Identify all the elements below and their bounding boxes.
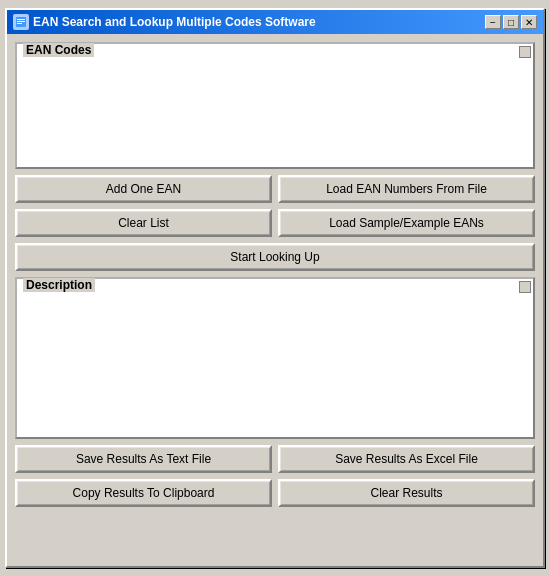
ean-codes-textarea[interactable]: [17, 44, 533, 164]
description-panel: Description: [15, 277, 535, 439]
title-bar-left: EAN Search and Lookup Multiple Codes Sof…: [13, 14, 316, 30]
description-label: Description: [23, 278, 95, 292]
save-results-excel-button[interactable]: Save Results As Excel File: [278, 445, 535, 473]
clear-results-button[interactable]: Clear Results: [278, 479, 535, 507]
close-button[interactable]: ✕: [521, 15, 537, 29]
window-title: EAN Search and Lookup Multiple Codes Sof…: [33, 15, 316, 29]
button-row-2: Clear List Load Sample/Example EANs: [15, 209, 535, 237]
app-icon: [13, 14, 29, 30]
desc-scroll-indicator: [519, 281, 531, 293]
save-results-text-button[interactable]: Save Results As Text File: [15, 445, 272, 473]
window-body: EAN Codes Add One EAN Load EAN Numbers F…: [7, 34, 543, 515]
clear-list-button[interactable]: Clear List: [15, 209, 272, 237]
add-one-ean-button[interactable]: Add One EAN: [15, 175, 272, 203]
button-row-1: Add One EAN Load EAN Numbers From File: [15, 175, 535, 203]
copy-results-clipboard-button[interactable]: Copy Results To Clipboard: [15, 479, 272, 507]
ean-scroll-indicator: [519, 46, 531, 58]
start-looking-up-button[interactable]: Start Looking Up: [15, 243, 535, 271]
title-bar: EAN Search and Lookup Multiple Codes Sof…: [7, 10, 543, 34]
ean-codes-panel: EAN Codes: [15, 42, 535, 169]
main-window: EAN Search and Lookup Multiple Codes Sof…: [5, 8, 545, 568]
svg-rect-3: [17, 23, 22, 24]
load-ean-from-file-button[interactable]: Load EAN Numbers From File: [278, 175, 535, 203]
button-row-3: Start Looking Up: [15, 243, 535, 271]
load-sample-button[interactable]: Load Sample/Example EANs: [278, 209, 535, 237]
minimize-button[interactable]: −: [485, 15, 501, 29]
maximize-button[interactable]: □: [503, 15, 519, 29]
button-row-5: Copy Results To Clipboard Clear Results: [15, 479, 535, 507]
description-textarea[interactable]: [17, 279, 533, 434]
title-controls: − □ ✕: [485, 15, 537, 29]
ean-codes-label: EAN Codes: [23, 43, 94, 57]
button-row-4: Save Results As Text File Save Results A…: [15, 445, 535, 473]
svg-rect-1: [17, 19, 25, 20]
svg-rect-2: [17, 21, 25, 22]
